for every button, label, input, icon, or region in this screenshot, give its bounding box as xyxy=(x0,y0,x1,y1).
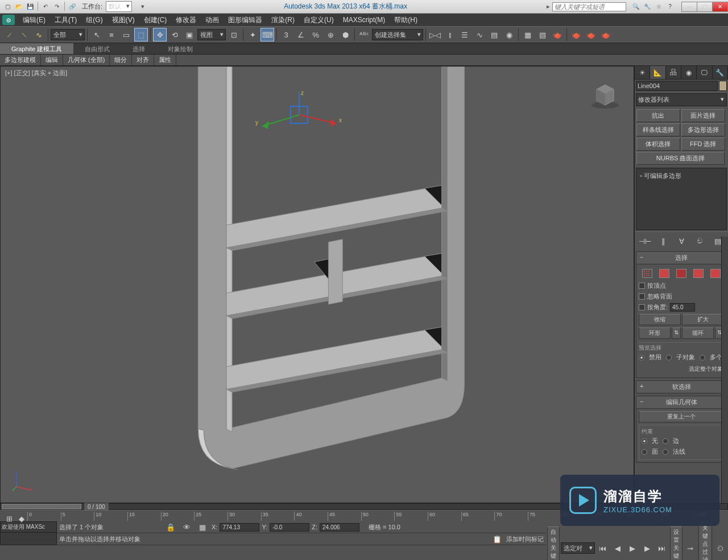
binoculars-icon[interactable]: 🔍 xyxy=(631,2,641,12)
teapot1-icon[interactable]: 🫖 xyxy=(569,28,583,42)
prev-frame-icon[interactable]: ◀ xyxy=(611,541,624,555)
play-icon[interactable]: ▶ xyxy=(626,541,639,555)
btn-grow[interactable]: 扩大 xyxy=(682,314,724,325)
sel-set-prev-icon[interactable]: ᴬᴮᶜ xyxy=(357,28,371,42)
ribbon-tab-graphite[interactable]: Graphite 建模工具 xyxy=(0,43,73,54)
modifier-list-dropdown[interactable]: 修改器列表 xyxy=(636,93,727,106)
mod-btn-3[interactable]: 多边形选择 xyxy=(681,123,725,136)
rsub-poly[interactable]: 多边形建模 xyxy=(0,55,41,65)
pin-stack-icon[interactable]: ⊣⊢ xyxy=(638,234,652,248)
named-selection-dropdown[interactable]: 创建选择集 xyxy=(372,29,423,40)
modifier-stack[interactable]: ▫ 可编辑多边形 xyxy=(636,168,727,230)
lock-icon[interactable]: 🔒 xyxy=(164,520,177,534)
rollout-softsel-header[interactable]: 软选择 xyxy=(636,380,727,393)
panel-scroll[interactable] xyxy=(721,237,728,503)
ring-spin-icon[interactable]: ⇅ xyxy=(672,327,681,339)
select-rect-icon[interactable]: ▭ xyxy=(119,28,133,42)
angle-spinner[interactable] xyxy=(670,303,695,312)
btn-loop[interactable]: 循环 xyxy=(682,327,714,339)
chk-by-angle[interactable] xyxy=(639,304,645,310)
undo-icon[interactable]: ↶ xyxy=(40,2,51,12)
iso-icon[interactable]: 👁 xyxy=(180,520,193,534)
menu-render[interactable]: 渲染(R) xyxy=(267,14,299,27)
key-filter-button[interactable]: 关键点过滤器... xyxy=(698,522,712,560)
menu-edit[interactable]: 编辑(E) xyxy=(18,14,50,27)
object-color-swatch[interactable] xyxy=(719,81,727,91)
help-icon[interactable]: ? xyxy=(665,2,675,12)
key-mode-icon[interactable]: ⊸ xyxy=(684,541,697,555)
angle-snap-icon[interactable]: ∠ xyxy=(294,28,308,42)
ribbon-tab-objpaint[interactable]: 对象绘制 xyxy=(156,43,204,54)
goto-start-icon[interactable]: ⏮ xyxy=(596,541,610,555)
cp-tab-hierarchy[interactable]: 品 xyxy=(666,66,681,79)
ref-coord-dropdown[interactable]: 视图 xyxy=(197,29,226,40)
wrench-icon[interactable]: 🔧 xyxy=(642,2,652,12)
cp-tab-motion[interactable]: ◉ xyxy=(681,66,697,79)
render-setup-icon[interactable]: ▦ xyxy=(521,28,535,42)
close-button[interactable]: ✕ xyxy=(712,2,728,12)
rsub-props[interactable]: 属性 xyxy=(154,55,176,65)
menu-animation[interactable]: 动画 xyxy=(201,14,224,27)
percent-snap-icon[interactable]: % xyxy=(309,28,322,42)
snap-3-icon[interactable]: 3 xyxy=(279,28,293,42)
layer-icon[interactable]: ☰ xyxy=(458,28,471,42)
btn-ring[interactable]: 环形 xyxy=(639,327,671,339)
track-expand-icon[interactable]: ⊞ xyxy=(2,512,16,525)
edged-icon[interactable]: ⬢ xyxy=(338,28,352,42)
ribbon-tab-selection[interactable]: 选择 xyxy=(121,43,156,54)
menu-modifiers[interactable]: 修改器 xyxy=(171,14,201,27)
set-key-button[interactable]: 设置关键点 xyxy=(670,526,682,560)
select-icon[interactable]: ↖ xyxy=(90,28,104,42)
script-icon[interactable]: 📋 xyxy=(490,532,504,546)
btn-shrink[interactable]: 收缩 xyxy=(639,314,681,325)
rsub-align[interactable]: 对齐 xyxy=(132,55,154,65)
pivot-icon[interactable]: ⊡ xyxy=(227,28,241,42)
select-window-icon[interactable]: ⬚ xyxy=(134,28,148,42)
mod-btn-2[interactable]: 样条线选择 xyxy=(636,123,680,136)
show-end-icon[interactable]: ∥ xyxy=(656,234,670,248)
subobj-poly-icon[interactable] xyxy=(693,269,704,278)
scale-icon[interactable]: ▣ xyxy=(183,28,196,42)
star-icon[interactable]: ☆ xyxy=(653,2,664,12)
coord-x-input[interactable] xyxy=(220,523,259,532)
menu-custom[interactable]: 自定义(U) xyxy=(299,14,338,27)
menu-graph[interactable]: 图形编辑器 xyxy=(224,14,267,27)
menu-maxscript[interactable]: MAXScript(M) xyxy=(338,14,390,26)
menu-group[interactable]: 组(G) xyxy=(81,14,107,27)
time-config-icon[interactable]: ⏲ xyxy=(713,541,727,555)
schematic-icon[interactable]: ▤ xyxy=(487,28,501,42)
spinner-snap-icon[interactable]: ⊕ xyxy=(324,28,337,42)
link-icon[interactable]: ⟋ xyxy=(2,28,16,42)
mod-btn-5[interactable]: FFD 选择 xyxy=(681,138,725,151)
coord-y-input[interactable] xyxy=(270,523,309,532)
stack-item-editable-poly[interactable]: ▫ 可编辑多边形 xyxy=(639,171,724,181)
sel-locked-dd[interactable]: 选定对 xyxy=(561,542,595,554)
next-frame-icon[interactable]: ▶ xyxy=(640,541,654,555)
rotate-icon[interactable]: ⟲ xyxy=(168,28,181,42)
cp-tab-display[interactable]: 🖵 xyxy=(697,66,712,79)
subobj-border-icon[interactable] xyxy=(676,269,686,278)
manipulate-icon[interactable]: ✦ xyxy=(246,28,259,42)
radio-disable[interactable] xyxy=(639,355,644,360)
subobj-vertex-icon[interactable] xyxy=(642,269,652,278)
mod-btn-4[interactable]: 体积选择 xyxy=(636,138,680,151)
menu-view[interactable]: 视图(V) xyxy=(107,14,139,27)
save-icon[interactable]: 💾 xyxy=(25,2,35,12)
workspace-dropdown[interactable]: 默认 xyxy=(106,1,132,12)
select-name-icon[interactable]: ≡ xyxy=(105,28,118,42)
new-icon[interactable]: ▢ xyxy=(2,2,13,12)
teapot3-icon[interactable]: 🫖 xyxy=(599,28,613,42)
subobj-edge-icon[interactable] xyxy=(659,269,669,278)
coord-z-input[interactable] xyxy=(320,523,359,532)
search-input[interactable] xyxy=(552,2,626,11)
cp-tab-create[interactable]: ☀ xyxy=(635,66,650,79)
rollout-editgeo-header[interactable]: 编辑几何体 xyxy=(636,396,727,409)
rsub-edit[interactable]: 编辑 xyxy=(41,55,63,65)
link-icon[interactable]: 🔗 xyxy=(67,2,77,12)
mod-btn-0[interactable]: 抗出 xyxy=(636,109,680,122)
keyboard-icon[interactable]: ⌨ xyxy=(260,28,274,42)
rsub-geom[interactable]: 几何体 (全部) xyxy=(63,55,110,65)
subobj-element-icon[interactable] xyxy=(710,269,721,278)
radio-con-none[interactable] xyxy=(642,438,647,444)
radio-con-edge[interactable] xyxy=(663,438,668,444)
